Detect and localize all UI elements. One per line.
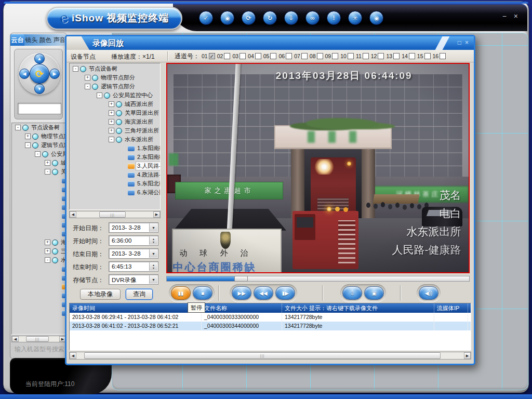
dialog-close-button[interactable]: × [465, 39, 469, 47]
channel-option[interactable]: 04 [248, 53, 261, 59]
tree-item[interactable]: - 公安局监控中心 [12, 150, 66, 158]
tree-item[interactable] [12, 264, 66, 273]
tree-item[interactable]: + 城西派出所 [70, 100, 160, 109]
table-header-cell[interactable]: 录像时间 [70, 303, 202, 313]
tree-scrollbar[interactable]: ◀ ||| ▶ [69, 211, 161, 218]
tree-toggle-icon[interactable]: + [45, 160, 50, 166]
sidebar-tab[interactable]: 颜色 [38, 34, 52, 46]
download-icon[interactable]: ⇩ [284, 11, 298, 25]
table-header-cell[interactable]: 文件名称 [202, 303, 282, 313]
fast-forward-button[interactable]: ▶▶ [232, 286, 251, 300]
tree-toggle-icon[interactable]: - [97, 92, 102, 98]
tree-item[interactable]: - 水东派出所 [12, 256, 66, 264]
sidebar-tree-scrollbar[interactable]: ◀ ||| ▶ [11, 336, 66, 342]
channel-checkbox[interactable] [378, 53, 384, 59]
tree-item[interactable]: + 海滨派出所 [70, 117, 160, 126]
channel-checkbox[interactable] [209, 53, 215, 59]
channel-checkbox[interactable] [348, 53, 354, 59]
channel-checkbox[interactable] [363, 53, 369, 59]
tree-item[interactable]: - 逻辑节点部分 [70, 82, 160, 91]
snapshot-button[interactable]: ▣ [364, 286, 384, 300]
dropdown-spinner-icon[interactable] [149, 249, 157, 258]
rotate-icon[interactable]: ↻ [263, 11, 277, 25]
tree-item[interactable]: + 物理节点部分 [70, 73, 160, 82]
channel-checkbox[interactable] [424, 53, 431, 59]
tree-item[interactable] [12, 185, 66, 194]
binoculars-icon[interactable]: ∞ [305, 11, 320, 25]
tree-item[interactable]: - 逻辑节点部分 [12, 141, 66, 150]
tree-item[interactable] [12, 309, 66, 317]
channel-option[interactable]: 11 [356, 53, 369, 59]
channel-option[interactable]: 07 [294, 53, 308, 59]
sidebar-tab[interactable]: 镜头 [24, 34, 38, 46]
channel-checkbox[interactable] [393, 53, 400, 59]
scrollbar-thumb[interactable]: ||| [26, 336, 49, 342]
tree-item[interactable]: + 三角圩派出所 [12, 247, 66, 256]
sync-icon[interactable]: ⟳ [242, 11, 256, 25]
channel-option[interactable]: 05 [263, 53, 277, 59]
dropdown-spinner-icon[interactable] [149, 262, 157, 271]
close-button[interactable]: × [514, 12, 518, 20]
tree-item[interactable] [12, 220, 66, 229]
network-icon[interactable]: ✳ [348, 11, 362, 25]
progress-thumb[interactable] [234, 276, 248, 282]
scrollbar-thumb[interactable]: ||| [99, 211, 125, 218]
tree-item[interactable]: 3.人民路-健 [70, 162, 160, 170]
tree-item[interactable]: - 节点设备树 [70, 64, 160, 73]
tree-toggle-icon[interactable]: + [109, 119, 114, 125]
tree-item[interactable]: + 关草田派出所 [70, 109, 160, 117]
tree-item[interactable]: 6.东湖公园- [70, 188, 160, 197]
pause-button[interactable]: ▮▮ [171, 286, 191, 300]
table-header-cell[interactable]: 流媒体IP [434, 303, 468, 313]
tree-item[interactable]: 2.东阳南街- [70, 153, 160, 162]
tree-toggle-icon[interactable]: + [109, 101, 114, 107]
ptz-down-button[interactable]: ▼ [34, 84, 45, 94]
field-control[interactable]: 6:45:13 [109, 261, 158, 272]
channel-option[interactable]: 01 [202, 53, 215, 59]
scroll-right-icon[interactable]: ▶ [153, 211, 160, 218]
channel-option[interactable]: 08 [310, 53, 323, 59]
table-row[interactable]: 2013-03-28 06:41:02 - 2013-03-28 06:52:2… [70, 322, 471, 330]
tree-item[interactable]: - 节点设备树 [12, 123, 66, 132]
step-play-button[interactable]: ▮▶ [275, 286, 295, 300]
tree-toggle-icon[interactable]: - [73, 66, 78, 72]
channel-option[interactable]: 09 [325, 53, 339, 59]
scroll-left-icon[interactable]: ◀ [12, 336, 19, 342]
sidebar-tab[interactable]: 声音 [52, 34, 66, 46]
field-control[interactable]: 2013- 3-28 [109, 248, 158, 259]
field-control[interactable]: 6:36:00 [109, 235, 158, 246]
tree-item[interactable]: + 城西派出所 [12, 158, 66, 167]
tree-toggle-icon[interactable]: - [15, 125, 21, 130]
volume-button[interactable]: ◀)) [419, 286, 438, 300]
tree-toggle-icon[interactable]: + [45, 240, 50, 245]
tree-item[interactable] [12, 300, 66, 309]
channel-checkbox[interactable] [440, 53, 446, 59]
tree-item[interactable]: + 物理节点部分 [12, 132, 66, 141]
tree-item[interactable] [12, 282, 66, 291]
scroll-left-icon[interactable]: ◀ [70, 352, 76, 359]
tree-item[interactable]: 4.政法路-政 [70, 170, 160, 179]
dropdown-spinner-icon[interactable] [149, 236, 157, 245]
channel-option[interactable]: 02 [217, 53, 231, 59]
playback-progress-bar[interactable] [166, 276, 470, 282]
dialog-maximize-button[interactable]: □ [458, 39, 461, 47]
camera-icon[interactable]: ◉ [220, 11, 234, 25]
tree-item[interactable]: - 水东派出所 [70, 135, 160, 144]
tree-toggle-icon[interactable]: + [85, 75, 90, 81]
table-scrollbar[interactable]: ◀ ||| ▶ [69, 352, 471, 360]
ptz-left-button[interactable]: ◀ [19, 69, 30, 79]
table-row[interactable]: 2013-03-28 06:29:41 - 2013-03-28 06:41:0… [70, 313, 471, 322]
tree-toggle-icon[interactable]: + [109, 128, 114, 134]
channel-option[interactable]: 15 [417, 53, 431, 59]
tree-item[interactable]: - 公安局监控中心 [70, 91, 160, 100]
tree-item[interactable] [12, 291, 66, 300]
ptz-preset-input[interactable] [18, 103, 61, 114]
tree-item[interactable] [12, 273, 66, 282]
channel-option[interactable]: 12 [371, 53, 384, 59]
tree-toggle-icon[interactable]: - [45, 169, 50, 175]
dropdown-spinner-icon[interactable] [149, 275, 157, 284]
channel-checkbox[interactable] [332, 53, 338, 59]
channel-option[interactable]: 13 [386, 53, 400, 59]
channel-checkbox[interactable] [317, 53, 323, 59]
tree-toggle-icon[interactable]: + [45, 248, 50, 254]
